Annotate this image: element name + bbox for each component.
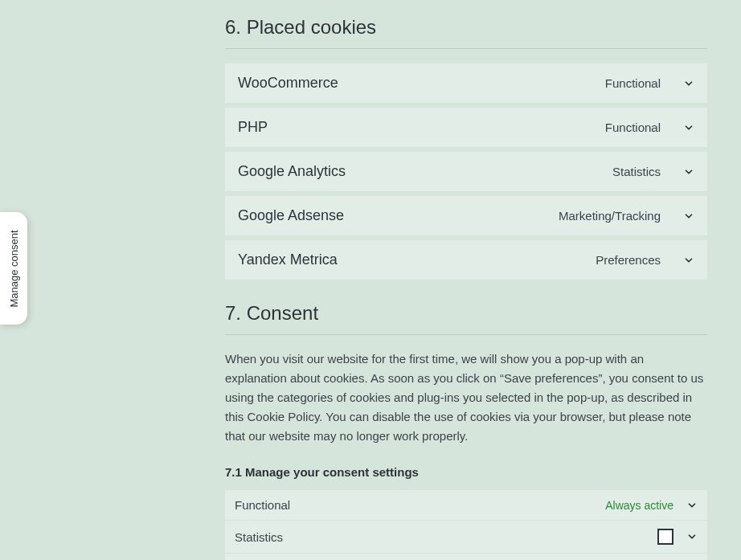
consent-settings-list: Functional Always active Statistics Mark… bbox=[225, 490, 707, 560]
consent-label: Functional bbox=[235, 498, 290, 512]
consent-body-text: When you visit our website for the first… bbox=[225, 349, 707, 446]
cookie-right: Functional bbox=[605, 76, 694, 90]
main-content: 6. Placed cookies WooCommerce Functional… bbox=[225, 0, 707, 560]
cookie-name: Google Analytics bbox=[238, 163, 346, 180]
cookie-right: Marketing/Tracking bbox=[559, 209, 694, 223]
section-heading-placed-cookies: 6. Placed cookies bbox=[225, 16, 707, 49]
cookie-right: Functional bbox=[605, 121, 694, 134]
chevron-down-icon bbox=[686, 500, 698, 511]
consent-label: Statistics bbox=[235, 530, 283, 544]
cookie-name: WooCommerce bbox=[238, 75, 338, 92]
manage-consent-tab[interactable]: Manage consent bbox=[0, 212, 27, 325]
cookie-item-woocommerce[interactable]: WooCommerce Functional bbox=[225, 63, 707, 103]
chevron-down-icon bbox=[683, 166, 694, 178]
cookie-item-php[interactable]: PHP Functional bbox=[225, 108, 707, 147]
cookie-item-google-adsense[interactable]: Google Adsense Marketing/Tracking bbox=[225, 196, 707, 235]
cookie-category: Functional bbox=[605, 121, 661, 134]
consent-sub-heading: 7.1 Manage your consent settings bbox=[225, 465, 707, 479]
cookie-item-google-analytics[interactable]: Google Analytics Statistics bbox=[225, 152, 707, 191]
chevron-down-icon bbox=[683, 78, 694, 89]
consent-right: Always active bbox=[605, 499, 698, 512]
chevron-down-icon bbox=[683, 255, 694, 266]
always-active-label: Always active bbox=[605, 499, 673, 512]
consent-row-marketing[interactable]: Marketing bbox=[225, 554, 707, 560]
section-heading-consent: 7. Consent bbox=[225, 302, 707, 335]
cookie-right: Preferences bbox=[596, 253, 694, 267]
cookie-category: Preferences bbox=[596, 253, 661, 267]
consent-row-statistics[interactable]: Statistics bbox=[225, 521, 707, 553]
cookie-name: Yandex Metrica bbox=[238, 251, 338, 268]
cookie-name: Google Adsense bbox=[238, 207, 344, 224]
cookie-right: Statistics bbox=[612, 165, 694, 178]
chevron-down-icon bbox=[683, 211, 694, 222]
cookie-accordion-list: WooCommerce Functional PHP Functional Go… bbox=[225, 63, 707, 280]
chevron-down-icon bbox=[686, 531, 698, 542]
consent-row-functional[interactable]: Functional Always active bbox=[225, 490, 707, 520]
chevron-down-icon bbox=[683, 122, 694, 133]
cookie-name: PHP bbox=[238, 119, 268, 136]
cookie-item-yandex-metrica[interactable]: Yandex Metrica Preferences bbox=[225, 240, 707, 280]
manage-consent-label: Manage consent bbox=[8, 230, 20, 307]
consent-checkbox[interactable] bbox=[657, 529, 673, 545]
cookie-category: Statistics bbox=[612, 165, 661, 178]
cookie-category: Marketing/Tracking bbox=[559, 209, 661, 223]
cookie-category: Functional bbox=[605, 76, 661, 90]
consent-right bbox=[657, 529, 698, 545]
